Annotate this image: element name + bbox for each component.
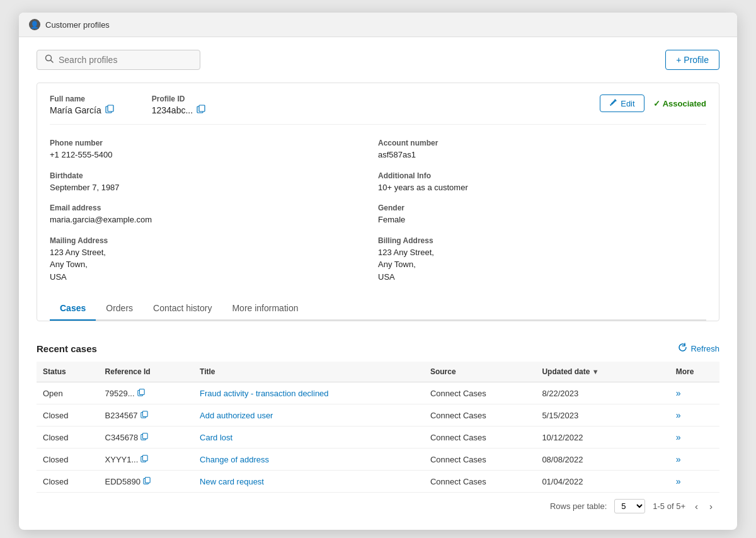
cell-spacer [649, 449, 670, 471]
birthdate-value: September 7, 1987 [50, 181, 378, 194]
cell-title[interactable]: Fraud activity - transaction declined [193, 382, 424, 404]
cell-title[interactable]: Change of address [193, 449, 424, 471]
rows-per-table-select[interactable]: 5 10 25 [614, 499, 645, 513]
cases-title: Recent cases [37, 343, 97, 354]
billing-label: Billing Address [378, 236, 706, 245]
table-header-row: Status Reference Id Title Source Updated… [37, 362, 719, 382]
cell-source: Connect Cases [424, 449, 536, 471]
profile-section: Full name María García P [37, 83, 719, 321]
cell-more[interactable]: » [670, 404, 719, 426]
tab-orders[interactable]: Orders [96, 297, 143, 321]
edit-icon [609, 98, 617, 108]
cell-ref-id: XYYY1... [99, 449, 194, 471]
phone-value: +1 212-555-5400 [50, 149, 378, 161]
cell-updated-date: 01/04/2022 [536, 471, 649, 493]
sort-icon[interactable]: ▼ [592, 368, 599, 375]
search-box [37, 50, 200, 70]
cell-more[interactable]: » [670, 426, 719, 449]
email-label: Email address [50, 203, 378, 212]
cell-more[interactable]: » [670, 382, 719, 404]
prev-page-button[interactable]: ‹ [693, 501, 700, 512]
cell-status: Closed [37, 426, 99, 449]
cell-spacer [649, 382, 670, 404]
customer-profiles-window: 👤 Customer profiles + Profile [19, 13, 737, 530]
copy-ref-icon[interactable] [143, 477, 151, 486]
col-spacer [649, 362, 670, 382]
svg-rect-9 [142, 411, 147, 416]
profile-actions: Edit ✓ Associated [600, 94, 706, 112]
refresh-button[interactable]: Refresh [678, 343, 719, 354]
col-source: Source [424, 362, 536, 382]
gender-value: Female [378, 214, 706, 226]
checkmark-icon: ✓ [653, 99, 660, 108]
birthdate-label: Birthdate [50, 171, 378, 180]
cell-source: Connect Cases [424, 404, 536, 426]
more-icon[interactable]: » [676, 476, 681, 486]
svg-rect-15 [145, 477, 150, 483]
cell-spacer [649, 426, 670, 449]
more-icon[interactable]: » [676, 410, 681, 420]
copy-full-name-icon[interactable] [105, 105, 114, 115]
cell-updated-date: 8/22/2023 [536, 382, 649, 404]
edit-button[interactable]: Edit [600, 94, 644, 112]
cell-title[interactable]: Add authorized user [193, 404, 424, 426]
more-icon[interactable]: » [676, 454, 681, 464]
profile-ids: Full name María García P [50, 94, 205, 115]
pagination-label: 1-5 of 5+ [653, 501, 685, 511]
table-row: Closed B234567 Add authorized user Conne… [37, 404, 719, 426]
profile-id-label: Profile ID [152, 94, 205, 103]
rows-per-table-label: Rows per table: [550, 501, 607, 511]
copy-ref-icon[interactable] [137, 389, 145, 398]
tab-cases[interactable]: Cases [50, 297, 96, 321]
phone-field: Phone number +1 212-555-5400 [50, 134, 378, 166]
table-row: Closed C345678 Card lost Connect Cases 1… [37, 426, 719, 449]
cell-ref-id: 79529... [99, 382, 194, 404]
email-field: Email address maria.garcia@example.com [50, 198, 378, 231]
add-profile-button[interactable]: + Profile [665, 50, 719, 70]
cell-more[interactable]: » [670, 449, 719, 471]
profile-header: Full name María García P [50, 94, 706, 125]
cell-source: Connect Cases [424, 426, 536, 449]
billing-value: 123 Any Street, Any Town, USA [378, 246, 706, 283]
account-value: asf587as1 [378, 149, 706, 161]
gender-field: Gender Female [378, 198, 706, 231]
tab-contact-history[interactable]: Contact history [143, 297, 222, 321]
phone-label: Phone number [50, 139, 378, 147]
full-name-value: María García [50, 105, 114, 115]
cases-section: Recent cases Refresh Status Referen [37, 333, 719, 517]
copy-ref-icon[interactable] [140, 411, 148, 420]
more-icon[interactable]: » [676, 432, 681, 442]
refresh-label: Refresh [690, 344, 719, 353]
copy-ref-icon[interactable] [140, 455, 148, 464]
copy-ref-icon[interactable] [140, 433, 148, 442]
cell-updated-date: 08/08/2022 [536, 449, 649, 471]
cell-status: Closed [37, 471, 99, 493]
tabs: Cases Orders Contact history More inform… [50, 297, 706, 321]
copy-profile-id-icon[interactable] [197, 105, 205, 115]
profile-details: Phone number +1 212-555-5400 Account num… [50, 125, 706, 297]
more-icon[interactable]: » [676, 388, 681, 398]
svg-rect-7 [139, 389, 144, 394]
cell-source: Connect Cases [424, 382, 536, 404]
tab-more-information[interactable]: More information [222, 297, 308, 321]
cell-more[interactable]: » [670, 471, 719, 493]
next-page-button[interactable]: › [707, 501, 714, 512]
svg-rect-5 [199, 105, 205, 112]
mailing-label: Mailing Address [50, 236, 378, 245]
svg-line-1 [51, 60, 54, 63]
cell-spacer [649, 404, 670, 426]
search-input[interactable] [59, 55, 192, 65]
col-more: More [670, 362, 719, 382]
cell-spacer [649, 471, 670, 493]
cell-title[interactable]: Card lost [193, 426, 424, 449]
birthdate-field: Birthdate September 7, 1987 [50, 166, 378, 199]
table-row: Closed XYYY1... Change of address Connec… [37, 449, 719, 471]
account-label: Account number [378, 139, 706, 147]
email-value: maria.garcia@example.com [50, 214, 378, 226]
cell-title[interactable]: New card request [193, 471, 424, 493]
svg-rect-11 [143, 433, 148, 438]
table-row: Open 79529... Fraud activity - transacti… [37, 382, 719, 404]
svg-rect-13 [143, 455, 148, 461]
mailing-field: Mailing Address 123 Any Street, Any Town… [50, 231, 378, 289]
mailing-value: 123 Any Street, Any Town, USA [50, 246, 378, 283]
